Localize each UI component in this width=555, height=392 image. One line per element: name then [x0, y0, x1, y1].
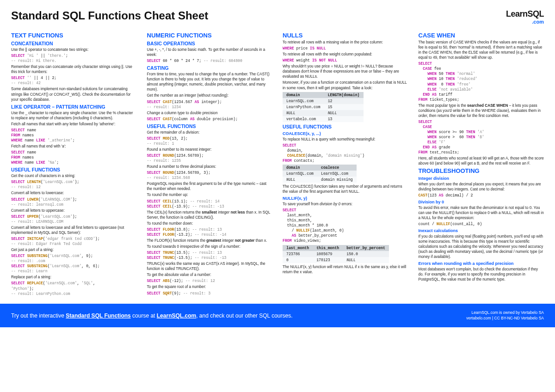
column-case-when: CASE WHEN The basic version of CASE WHEN… — [419, 31, 544, 297]
h4-inexact: Inexact calculations — [419, 228, 544, 233]
code-block: SELECT SQRT(9); -- result: 3 — [147, 291, 273, 296]
logo: LearnSQL .com — [506, 9, 544, 24]
code-block: SELECT TRUNC(13.5); -- result: 13 SELECT… — [147, 250, 273, 260]
body-text: PostgreSQL requires the first argument t… — [147, 181, 273, 191]
code-block: CAST(123 AS decimal) / 2 — [419, 193, 544, 198]
body-text: The COALESCE() function takes any number… — [283, 184, 408, 194]
column-numeric-functions: NUMERIC FUNCTIONS BASIC OPERATIONS Use +… — [147, 31, 273, 297]
body-text: Remember that you can concatenate only c… — [11, 64, 137, 74]
body-text: Convert all letters to uppercase: — [11, 208, 137, 213]
page-title: Standard SQL Functions Cheat Sheet — [11, 9, 208, 22]
h3-basic-ops: BASIC OPERATIONS — [147, 41, 273, 46]
h2-nulls: NULLs — [283, 32, 408, 39]
body-text: To save yourself from division by 0 erro… — [283, 202, 408, 207]
body-text: To round the number up: — [147, 192, 273, 197]
code-block: SELECT CAST(column AS double precision); — [147, 116, 273, 122]
h2-text-functions: TEXT FUNCTIONS — [11, 32, 137, 39]
footer-right: LearnSQL.com is owned by Vertabelo SA ve… — [466, 310, 544, 321]
body-text: Round a number to its nearest integer: — [147, 147, 273, 152]
code-block: SELECT last_month, this_month, this_mont… — [283, 208, 408, 243]
body-text: Most databases won't complain, but do ch… — [419, 267, 544, 282]
body-text: The FLOOR(x) function returns the greate… — [147, 238, 273, 243]
body-text: When you don't see the decimal places yo… — [419, 182, 544, 192]
code-block: SELECT name FROM names WHERE name LIKE '… — [11, 128, 137, 143]
body-text: To avoid this error, make sure that the … — [419, 205, 544, 220]
code-block: SELECT name FROM names WHERE name LIKE '… — [11, 150, 137, 165]
code-block: SELECT CAST(1234.567 AS integer); -- res… — [147, 99, 273, 110]
h2-troubleshooting: TROUBLESHOOTING — [419, 167, 544, 174]
body-text: To retrieve all rows with a missing valu… — [283, 40, 408, 45]
code-block: SELECT CASE WHEN score >= 90 THEN 'A' WH… — [419, 119, 544, 155]
body-text: Get the remainder of a division: — [147, 130, 273, 135]
body-text: Get the number as an integer (without ro… — [147, 93, 273, 98]
body-text: Convert all letters to lowercase: — [11, 190, 137, 196]
code-block: SELECT LENGTH('LearnSQL.com'); -- result… — [11, 179, 137, 190]
h3-like-operator: LIKE OPERATOR – PATTERN MATCHING — [11, 104, 137, 110]
body-text: To round towards 0 irrespective of the s… — [147, 244, 273, 249]
body-text: Get the count of characters in a string: — [11, 173, 137, 178]
body-text: If you do calculations using real (float… — [419, 234, 544, 259]
logo-subtext: .com — [506, 19, 544, 24]
code-block: SELECT ROUND(1234.56789, 3); -- result: … — [147, 170, 273, 180]
body-text: The most popular type is the searched CA… — [419, 103, 544, 118]
body-text: Round a number to three decimal places: — [147, 164, 273, 169]
h3-concatenation: CONCATENATION — [11, 41, 137, 46]
body-text: Replace part of a string: — [11, 275, 137, 280]
h4-integer-division: Integer division — [419, 176, 544, 181]
code-block: SELECT INITCAP('edgar frank ted cODD'); … — [11, 236, 137, 246]
table-nullif: last_monththis_monthbetter_by_percent 72… — [283, 245, 389, 263]
body-text: Change a column type to double precision — [147, 110, 273, 116]
code-block: SELECT CASE fee WHEN 50 THEN 'normal' WH… — [419, 61, 544, 102]
body-text: Why shouldn't you use price = NULL or we… — [283, 64, 408, 79]
code-block: SELECT SUBSTRING('LearnSQL.com', 9); -- … — [11, 253, 137, 274]
h3-useful-text: USEFUL FUNCTIONS — [11, 167, 137, 172]
code-block: SELECT '' || 4 || 2; -- result: 42 — [11, 75, 137, 86]
column-nulls: NULLs To retrieve all rows with a missin… — [283, 31, 408, 297]
body-text: To get the square root of a number: — [147, 284, 273, 289]
code-block: count / NULLIF(count_all, 0) — [419, 221, 544, 227]
body-text: Get just a part of a string: — [11, 247, 137, 252]
body-text: The CEIL(x) function returns the smalles… — [147, 210, 273, 220]
h4-nullif: NULLIF(x, y) — [283, 196, 408, 201]
h3-useful-numeric: USEFUL FUNCTIONS — [147, 123, 273, 129]
code-block: SELECT domain, COALESCE(domain, 'domain … — [283, 143, 408, 163]
footer-left: Try out the interactive Standard SQL Fun… — [11, 312, 292, 319]
body-text: Use the || operator to concatenate two s… — [11, 47, 137, 52]
body-text: Use +, -, *, / to do some basic math. To… — [147, 47, 273, 57]
code-block: SELECT UPPER('LearnSQL.com'); -- result:… — [11, 214, 137, 224]
footer-link-site[interactable]: LearnSQL.com — [157, 312, 196, 319]
body-text: To get the absolute value of a number: — [147, 272, 273, 277]
h4-division-by-zero: Division by 0 — [419, 200, 544, 204]
table-coalesce: domaincoalesce LearnSQL.comLearnSQL.com … — [283, 165, 357, 183]
h3-useful-nulls: USEFUL FUNCTIONS — [283, 124, 408, 129]
footer: Try out the interactive Standard SQL Fun… — [0, 304, 555, 328]
code-block: SELECT ROUND(1234.56789); -- result: 123… — [147, 153, 273, 163]
code-block: SELECT LOWER('LEARNSQL.COM'); -- result:… — [11, 197, 137, 207]
code-block: SELECT 'Hi ' || 'there.'; -- result: Hi … — [11, 53, 137, 63]
body-text: The basic version of CASE WHEN checks if… — [419, 40, 544, 60]
table-length-domain: domainLENGTH(domain) LearnSQL.com12 Lear… — [283, 92, 364, 122]
h3-casting: CASTING — [147, 65, 273, 71]
body-text: TRUNC(x) works the same way as CAST(x AS… — [147, 261, 273, 271]
code-block: SELECT CEIL(13.1); -- result: 14 SELECT … — [147, 199, 273, 209]
body-text: Fetch all names that end with 'a': — [11, 144, 137, 149]
column-text-functions: TEXT FUNCTIONS CONCATENATION Use the || … — [11, 31, 137, 297]
code-block: WHERE price IS NULL — [283, 46, 408, 51]
code-block: SELECT REPLACE('LearnSQL.com', 'SQL', 'P… — [11, 281, 137, 296]
code-block: SELECT 60 * 60 * 24 * 7; -- result: 6048… — [147, 58, 273, 63]
logo-text: LearnSQL — [506, 9, 544, 19]
body-text: Here, all students who scored at least 9… — [419, 156, 544, 166]
footer-link-course[interactable]: Standard SQL Functions — [66, 312, 130, 319]
body-text: Convert all letters to lowercase and all… — [11, 225, 137, 235]
code-block: SELECT FLOOR(13.8); -- result: 13 SELECT… — [147, 227, 273, 237]
h4-coalesce: COALESCE(x, y, ...) — [283, 131, 408, 136]
body-text: From time to time, you need to change th… — [147, 72, 273, 92]
body-text: Some databases implement non-standard so… — [11, 86, 137, 102]
body-text: To retrieve all rows with the weight col… — [283, 52, 408, 57]
body-text: The NULLIF(x, y) function will return NU… — [283, 264, 408, 275]
body-text: To round the number down: — [147, 221, 273, 226]
code-block: WHERE weight IS NOT NULL — [283, 58, 408, 63]
body-text: To replace NULL in a query with somethin… — [283, 137, 408, 142]
code-block: SELECT MOD(13, 2); -- result: 1 — [147, 136, 273, 146]
body-text: Moreover, if you use a function or conca… — [283, 80, 408, 90]
